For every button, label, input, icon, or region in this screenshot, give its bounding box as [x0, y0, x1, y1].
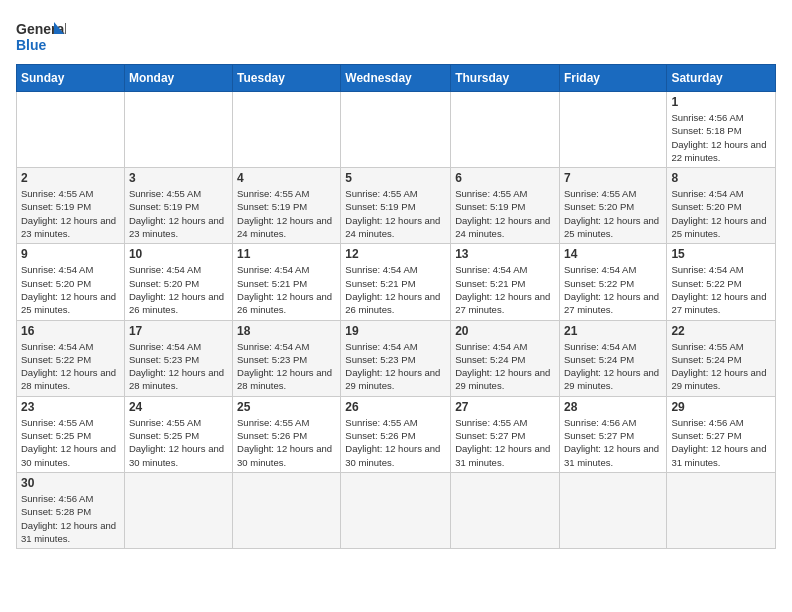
- day-info: Sunrise: 4:55 AM Sunset: 5:25 PM Dayligh…: [129, 416, 228, 469]
- calendar-cell: [667, 472, 776, 548]
- day-number: 19: [345, 324, 446, 338]
- calendar-cell: 7Sunrise: 4:55 AM Sunset: 5:20 PM Daylig…: [559, 168, 666, 244]
- day-number: 25: [237, 400, 336, 414]
- calendar-cell: 20Sunrise: 4:54 AM Sunset: 5:24 PM Dayli…: [451, 320, 560, 396]
- day-info: Sunrise: 4:54 AM Sunset: 5:23 PM Dayligh…: [129, 340, 228, 393]
- day-number: 16: [21, 324, 120, 338]
- col-header-saturday: Saturday: [667, 65, 776, 92]
- calendar-cell: [233, 472, 341, 548]
- day-number: 4: [237, 171, 336, 185]
- calendar-cell: 1Sunrise: 4:56 AM Sunset: 5:18 PM Daylig…: [667, 92, 776, 168]
- calendar-cell: 9Sunrise: 4:54 AM Sunset: 5:20 PM Daylig…: [17, 244, 125, 320]
- calendar-cell: 28Sunrise: 4:56 AM Sunset: 5:27 PM Dayli…: [559, 396, 666, 472]
- day-info: Sunrise: 4:56 AM Sunset: 5:27 PM Dayligh…: [671, 416, 771, 469]
- calendar-cell: 11Sunrise: 4:54 AM Sunset: 5:21 PM Dayli…: [233, 244, 341, 320]
- calendar-cell: 5Sunrise: 4:55 AM Sunset: 5:19 PM Daylig…: [341, 168, 451, 244]
- day-info: Sunrise: 4:54 AM Sunset: 5:20 PM Dayligh…: [671, 187, 771, 240]
- day-info: Sunrise: 4:54 AM Sunset: 5:22 PM Dayligh…: [564, 263, 662, 316]
- day-number: 30: [21, 476, 120, 490]
- col-header-friday: Friday: [559, 65, 666, 92]
- calendar-cell: 17Sunrise: 4:54 AM Sunset: 5:23 PM Dayli…: [124, 320, 232, 396]
- day-number: 1: [671, 95, 771, 109]
- col-header-tuesday: Tuesday: [233, 65, 341, 92]
- calendar-cell: 26Sunrise: 4:55 AM Sunset: 5:26 PM Dayli…: [341, 396, 451, 472]
- calendar-cell: 15Sunrise: 4:54 AM Sunset: 5:22 PM Dayli…: [667, 244, 776, 320]
- day-info: Sunrise: 4:55 AM Sunset: 5:19 PM Dayligh…: [237, 187, 336, 240]
- calendar-cell: 6Sunrise: 4:55 AM Sunset: 5:19 PM Daylig…: [451, 168, 560, 244]
- logo-svg: GeneralBlue: [16, 16, 66, 56]
- svg-text:Blue: Blue: [16, 37, 47, 53]
- calendar-cell: 2Sunrise: 4:55 AM Sunset: 5:19 PM Daylig…: [17, 168, 125, 244]
- day-number: 5: [345, 171, 446, 185]
- day-number: 15: [671, 247, 771, 261]
- calendar-cell: 18Sunrise: 4:54 AM Sunset: 5:23 PM Dayli…: [233, 320, 341, 396]
- day-number: 8: [671, 171, 771, 185]
- calendar-week-5: 30Sunrise: 4:56 AM Sunset: 5:28 PM Dayli…: [17, 472, 776, 548]
- day-info: Sunrise: 4:55 AM Sunset: 5:27 PM Dayligh…: [455, 416, 555, 469]
- day-number: 12: [345, 247, 446, 261]
- day-number: 2: [21, 171, 120, 185]
- day-info: Sunrise: 4:54 AM Sunset: 5:22 PM Dayligh…: [671, 263, 771, 316]
- day-info: Sunrise: 4:55 AM Sunset: 5:19 PM Dayligh…: [455, 187, 555, 240]
- calendar-cell: 22Sunrise: 4:55 AM Sunset: 5:24 PM Dayli…: [667, 320, 776, 396]
- calendar-cell: 19Sunrise: 4:54 AM Sunset: 5:23 PM Dayli…: [341, 320, 451, 396]
- day-number: 26: [345, 400, 446, 414]
- col-header-sunday: Sunday: [17, 65, 125, 92]
- calendar-table: SundayMondayTuesdayWednesdayThursdayFrid…: [16, 64, 776, 549]
- calendar-cell: 27Sunrise: 4:55 AM Sunset: 5:27 PM Dayli…: [451, 396, 560, 472]
- calendar-cell: 23Sunrise: 4:55 AM Sunset: 5:25 PM Dayli…: [17, 396, 125, 472]
- calendar-week-0: 1Sunrise: 4:56 AM Sunset: 5:18 PM Daylig…: [17, 92, 776, 168]
- day-number: 28: [564, 400, 662, 414]
- calendar-cell: 21Sunrise: 4:54 AM Sunset: 5:24 PM Dayli…: [559, 320, 666, 396]
- calendar-cell: 25Sunrise: 4:55 AM Sunset: 5:26 PM Dayli…: [233, 396, 341, 472]
- day-number: 11: [237, 247, 336, 261]
- col-header-wednesday: Wednesday: [341, 65, 451, 92]
- calendar-cell: 29Sunrise: 4:56 AM Sunset: 5:27 PM Dayli…: [667, 396, 776, 472]
- calendar-header-row: SundayMondayTuesdayWednesdayThursdayFrid…: [17, 65, 776, 92]
- day-info: Sunrise: 4:54 AM Sunset: 5:21 PM Dayligh…: [345, 263, 446, 316]
- day-info: Sunrise: 4:55 AM Sunset: 5:26 PM Dayligh…: [345, 416, 446, 469]
- day-number: 13: [455, 247, 555, 261]
- calendar-cell: [451, 472, 560, 548]
- day-info: Sunrise: 4:54 AM Sunset: 5:23 PM Dayligh…: [237, 340, 336, 393]
- day-info: Sunrise: 4:56 AM Sunset: 5:28 PM Dayligh…: [21, 492, 120, 545]
- col-header-monday: Monday: [124, 65, 232, 92]
- calendar-cell: 24Sunrise: 4:55 AM Sunset: 5:25 PM Dayli…: [124, 396, 232, 472]
- day-number: 20: [455, 324, 555, 338]
- page-header: GeneralBlue: [16, 16, 776, 56]
- day-info: Sunrise: 4:54 AM Sunset: 5:20 PM Dayligh…: [21, 263, 120, 316]
- calendar-cell: 8Sunrise: 4:54 AM Sunset: 5:20 PM Daylig…: [667, 168, 776, 244]
- calendar-cell: 12Sunrise: 4:54 AM Sunset: 5:21 PM Dayli…: [341, 244, 451, 320]
- calendar-week-3: 16Sunrise: 4:54 AM Sunset: 5:22 PM Dayli…: [17, 320, 776, 396]
- day-number: 27: [455, 400, 555, 414]
- day-info: Sunrise: 4:55 AM Sunset: 5:26 PM Dayligh…: [237, 416, 336, 469]
- day-info: Sunrise: 4:55 AM Sunset: 5:19 PM Dayligh…: [21, 187, 120, 240]
- calendar-cell: 13Sunrise: 4:54 AM Sunset: 5:21 PM Dayli…: [451, 244, 560, 320]
- calendar-cell: 16Sunrise: 4:54 AM Sunset: 5:22 PM Dayli…: [17, 320, 125, 396]
- calendar-cell: 14Sunrise: 4:54 AM Sunset: 5:22 PM Dayli…: [559, 244, 666, 320]
- day-number: 23: [21, 400, 120, 414]
- day-number: 9: [21, 247, 120, 261]
- day-number: 29: [671, 400, 771, 414]
- day-number: 3: [129, 171, 228, 185]
- calendar-week-1: 2Sunrise: 4:55 AM Sunset: 5:19 PM Daylig…: [17, 168, 776, 244]
- calendar-week-2: 9Sunrise: 4:54 AM Sunset: 5:20 PM Daylig…: [17, 244, 776, 320]
- day-number: 6: [455, 171, 555, 185]
- day-info: Sunrise: 4:54 AM Sunset: 5:24 PM Dayligh…: [455, 340, 555, 393]
- day-info: Sunrise: 4:55 AM Sunset: 5:20 PM Dayligh…: [564, 187, 662, 240]
- calendar-cell: [559, 92, 666, 168]
- calendar-cell: [233, 92, 341, 168]
- day-info: Sunrise: 4:55 AM Sunset: 5:25 PM Dayligh…: [21, 416, 120, 469]
- day-info: Sunrise: 4:56 AM Sunset: 5:18 PM Dayligh…: [671, 111, 771, 164]
- day-info: Sunrise: 4:54 AM Sunset: 5:22 PM Dayligh…: [21, 340, 120, 393]
- day-number: 10: [129, 247, 228, 261]
- day-number: 24: [129, 400, 228, 414]
- day-number: 7: [564, 171, 662, 185]
- calendar-cell: [341, 92, 451, 168]
- calendar-cell: [341, 472, 451, 548]
- day-info: Sunrise: 4:55 AM Sunset: 5:24 PM Dayligh…: [671, 340, 771, 393]
- day-info: Sunrise: 4:54 AM Sunset: 5:24 PM Dayligh…: [564, 340, 662, 393]
- day-number: 21: [564, 324, 662, 338]
- calendar-cell: 10Sunrise: 4:54 AM Sunset: 5:20 PM Dayli…: [124, 244, 232, 320]
- day-info: Sunrise: 4:54 AM Sunset: 5:20 PM Dayligh…: [129, 263, 228, 316]
